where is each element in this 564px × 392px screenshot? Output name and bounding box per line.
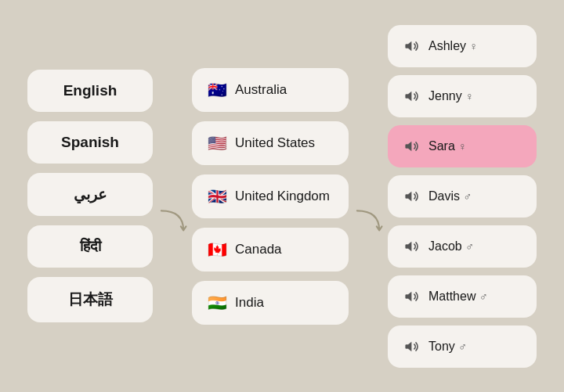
language-item-arabic[interactable]: عربي — [27, 173, 153, 216]
country-label: Canada — [235, 242, 282, 257]
country-label: India — [235, 295, 264, 311]
voice-label: Ashley ♀ — [428, 39, 478, 53]
country-item-australia[interactable]: 🇦🇺 Australia — [192, 68, 349, 112]
voice-label: Jacob ♂ — [428, 239, 474, 254]
main-container: EnglishSpanishعربيहिंदी日本語 🇦🇺 Australia … — [0, 0, 564, 392]
country-item-uk[interactable]: 🇬🇧 United Kingdom — [192, 174, 349, 218]
voice-label: Matthew ♂ — [428, 290, 487, 304]
country-flag: 🇮🇳 — [208, 293, 227, 312]
country-item-us[interactable]: 🇺🇸 United States — [192, 121, 349, 165]
country-label: Australia — [235, 82, 287, 98]
countries-column: 🇦🇺 Australia 🇺🇸 United States 🇬🇧 United … — [192, 68, 349, 325]
voices-column: Ashley ♀ Jenny ♀ Sara ♀ Davis ♂ — [388, 25, 537, 368]
voice-item-davis[interactable]: Davis ♂ — [388, 175, 537, 218]
voice-label: Jenny ♀ — [428, 89, 474, 103]
languages-column: EnglishSpanishعربيहिंदी日本語 — [27, 70, 153, 322]
voice-item-tony[interactable]: Tony ♂ — [388, 325, 537, 368]
voice-item-jacob[interactable]: Jacob ♂ — [388, 225, 537, 268]
voice-label: Sara ♀ — [428, 139, 467, 153]
voice-gender: ♀ — [465, 90, 474, 102]
language-label: हिंदी — [80, 238, 101, 255]
country-flag: 🇬🇧 — [208, 187, 227, 206]
voice-gender: ♀ — [469, 40, 478, 52]
arrow-2 — [349, 204, 388, 236]
voice-gender: ♂ — [458, 340, 467, 353]
language-item-english[interactable]: English — [27, 70, 153, 112]
voice-gender: ♂ — [465, 240, 474, 253]
country-item-india[interactable]: 🇮🇳 India — [192, 281, 349, 325]
language-label: English — [63, 82, 118, 99]
voice-label: Tony ♂ — [428, 340, 467, 354]
country-flag: 🇨🇦 — [208, 240, 227, 259]
country-flag: 🇦🇺 — [208, 81, 227, 99]
voice-item-jenny[interactable]: Jenny ♀ — [388, 75, 537, 117]
voice-item-ashley[interactable]: Ashley ♀ — [388, 25, 537, 67]
speaker-icon — [403, 188, 421, 205]
voice-gender: ♂ — [479, 290, 488, 303]
speaker-icon — [403, 138, 421, 155]
country-flag: 🇺🇸 — [208, 134, 227, 153]
speaker-icon — [403, 288, 421, 305]
language-label: Spanish — [61, 134, 119, 151]
language-label: عربي — [74, 185, 107, 203]
country-item-canada[interactable]: 🇨🇦 Canada — [192, 228, 349, 272]
voice-item-sara[interactable]: Sara ♀ — [388, 125, 537, 167]
language-item-spanish[interactable]: Spanish — [27, 121, 153, 164]
country-label: United Kingdom — [235, 189, 330, 204]
voice-label: Davis ♂ — [428, 189, 472, 203]
speaker-icon — [403, 88, 421, 105]
voice-gender: ♂ — [463, 190, 472, 203]
language-item-hindi[interactable]: हिंदी — [27, 225, 153, 268]
language-label: 日本語 — [68, 290, 113, 310]
language-item-japanese[interactable]: 日本語 — [27, 277, 153, 322]
speaker-icon — [403, 338, 421, 355]
country-label: United States — [235, 135, 315, 151]
voice-item-matthew[interactable]: Matthew ♂ — [388, 275, 537, 318]
speaker-icon — [403, 38, 421, 55]
speaker-icon — [403, 238, 421, 255]
voice-gender: ♀ — [458, 140, 467, 153]
arrow-1 — [153, 204, 192, 236]
